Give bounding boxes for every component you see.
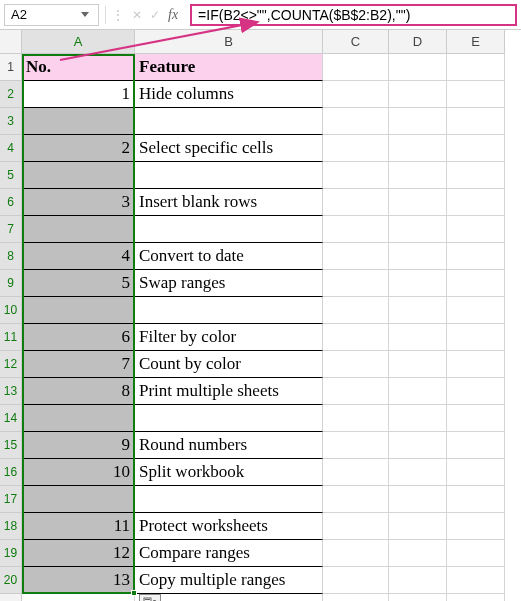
cell[interactable] [447,108,505,135]
cell-feature[interactable] [135,216,323,243]
cell[interactable] [323,81,389,108]
cell[interactable] [447,351,505,378]
row-header[interactable]: 10 [0,297,22,324]
cell-feature[interactable]: Convert to date [135,243,323,270]
cell[interactable] [447,189,505,216]
cell[interactable] [389,432,447,459]
name-box-dropdown-icon[interactable] [78,8,92,22]
cell-number[interactable]: 7 [22,351,135,378]
cell-number[interactable]: 9 [22,432,135,459]
row-header[interactable]: 6 [0,189,22,216]
cell[interactable] [323,216,389,243]
cell[interactable] [389,459,447,486]
cell[interactable] [389,351,447,378]
cell-feature[interactable] [135,297,323,324]
row-header[interactable]: 1 [0,54,22,81]
cell[interactable] [447,540,505,567]
cell-feature[interactable]: Print multiple sheets [135,378,323,405]
cell[interactable] [323,135,389,162]
cell-feature[interactable] [135,405,323,432]
row-header[interactable]: 11 [0,324,22,351]
row-header[interactable]: 15 [0,432,22,459]
cell-feature[interactable]: Compare ranges [135,540,323,567]
row-header[interactable]: 2 [0,81,22,108]
cell-number[interactable]: 5 [22,270,135,297]
cell-feature[interactable] [135,486,323,513]
cell-number[interactable]: 1 [22,81,135,108]
cell[interactable] [323,243,389,270]
cell[interactable] [447,378,505,405]
cell-feature[interactable]: Protect worksheets [135,513,323,540]
enter-icon[interactable]: ✓ [150,8,160,22]
row-header[interactable]: 13 [0,378,22,405]
cell-number[interactable] [22,405,135,432]
row-header[interactable]: 9 [0,270,22,297]
cell[interactable] [389,324,447,351]
cell-number[interactable] [22,108,135,135]
cell[interactable] [447,459,505,486]
cell-number[interactable]: 4 [22,243,135,270]
row-header[interactable]: 18 [0,513,22,540]
cell[interactable] [447,594,505,601]
cell[interactable] [22,594,135,601]
cell[interactable] [323,432,389,459]
cell-feature[interactable] [135,108,323,135]
row-header[interactable]: 16 [0,459,22,486]
cell[interactable] [323,513,389,540]
cell[interactable] [389,513,447,540]
column-header[interactable]: E [447,30,505,54]
cell[interactable] [389,378,447,405]
cell[interactable] [323,405,389,432]
column-header[interactable]: C [323,30,389,54]
column-header[interactable]: B [135,30,323,54]
cell[interactable] [447,486,505,513]
row-header[interactable]: 14 [0,405,22,432]
autofill-options-button[interactable] [139,594,161,601]
cell[interactable] [389,135,447,162]
cell[interactable] [447,243,505,270]
cancel-icon[interactable]: ✕ [132,8,142,22]
cell[interactable] [447,162,505,189]
cell[interactable] [389,540,447,567]
cell[interactable] [447,297,505,324]
cell-feature[interactable]: Round numbers [135,432,323,459]
cell[interactable] [447,567,505,594]
cell[interactable] [389,405,447,432]
row-header[interactable]: 4 [0,135,22,162]
cell-header-no[interactable]: No. [22,54,135,81]
cell-number[interactable]: 12 [22,540,135,567]
cell-number[interactable]: 8 [22,378,135,405]
row-header[interactable]: 7 [0,216,22,243]
cell-feature[interactable]: Insert blank rows [135,189,323,216]
cell[interactable] [323,459,389,486]
column-header[interactable]: D [389,30,447,54]
cell[interactable] [389,594,447,601]
row-header[interactable]: 21 [0,594,22,601]
cell-feature[interactable]: Split workbook [135,459,323,486]
cell[interactable] [323,486,389,513]
cell-number[interactable] [22,162,135,189]
row-header[interactable]: 5 [0,162,22,189]
cell[interactable] [389,189,447,216]
cell[interactable] [323,162,389,189]
cell[interactable] [323,567,389,594]
fx-icon[interactable]: fx [162,7,184,23]
cell[interactable] [323,378,389,405]
row-header[interactable]: 8 [0,243,22,270]
cell[interactable] [447,81,505,108]
cell[interactable] [447,513,505,540]
select-all-corner[interactable] [0,30,22,54]
cell[interactable] [447,135,505,162]
name-box[interactable]: A2 [4,4,99,26]
cell[interactable] [389,567,447,594]
cell[interactable] [447,432,505,459]
cell[interactable] [447,324,505,351]
cell[interactable] [323,297,389,324]
cell-number[interactable] [22,297,135,324]
cell-feature[interactable]: Count by color [135,351,323,378]
cell-feature[interactable]: Select specific cells [135,135,323,162]
cell-number[interactable]: 6 [22,324,135,351]
cell[interactable] [389,216,447,243]
row-header[interactable]: 3 [0,108,22,135]
cell[interactable] [323,540,389,567]
